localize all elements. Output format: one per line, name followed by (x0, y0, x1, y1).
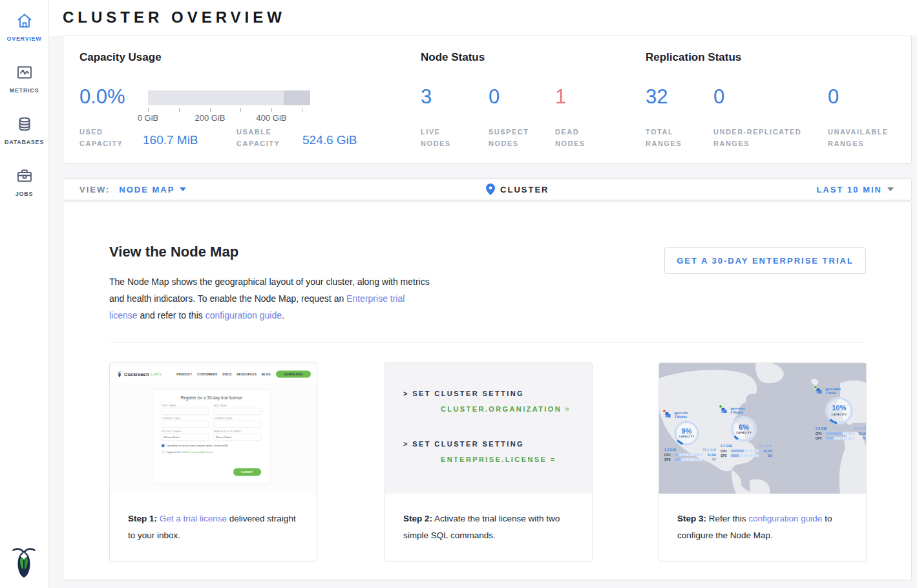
cubes-icon (721, 406, 728, 414)
sidebar-item-label: METRICS (0, 87, 48, 94)
view-selector: VIEW: NODE MAP (79, 179, 186, 200)
sidebar-item-overview[interactable]: OVERVIEW (0, 12, 48, 42)
total-ranges-count: 32 (646, 85, 668, 109)
checkbox-label: I agree to the Software License Agreemen… (167, 450, 213, 454)
thumb-site-nav: PRODUCT CUSTOMERS DOCS RESOURCES BLOG DO… (176, 371, 311, 378)
chevron-down-icon[interactable] (180, 187, 186, 191)
get-trial-license-link[interactable]: Get a trial license (160, 514, 227, 523)
sql-setting: CLUSTER.ORGANIZATION = (441, 405, 571, 413)
sidebar-item-label: DATABASES (0, 139, 48, 145)
capacity-bar-reserved-segment (284, 90, 310, 105)
form-field: COMPANY NAME (162, 417, 209, 428)
under-replicated-ranges-count: 0 (713, 85, 724, 109)
chevron-down-icon (887, 187, 894, 191)
cubes-icon (664, 411, 672, 419)
axis-tick-label: 0 GiB (125, 113, 171, 123)
map-node-sfo: geo=sfo 2 Nodes 9% CAPACITY 3.2 GiB35.1 … (664, 411, 719, 461)
register-form: Register for a 30-day trial license FIRS… (153, 389, 271, 483)
capacity-percent: 0.0% (79, 85, 125, 109)
step-2-caption: Step 2: Activate the trial license with … (403, 510, 579, 544)
under-replicated-ranges-label: UNDER-REPLICATED RANGES (713, 126, 817, 149)
live-nodes-label: LIVE NODES (421, 126, 472, 149)
checkbox-row: I would like to receive email updates ab… (162, 444, 261, 447)
dead-nodes-count: 1 (555, 85, 566, 109)
capacity-usage-bar (148, 90, 310, 105)
suspect-nodes-count: 0 (489, 85, 500, 109)
view-bar: VIEW: NODE MAP CLUSTER LAST 10 MIN (63, 178, 912, 200)
capacity-usage-title: Capacity Usage (79, 51, 162, 64)
register-form-title: Register for a 30-day trial license (162, 395, 261, 401)
capacity-gauge: 6% CAPACITY (731, 416, 757, 442)
form-field: COMPANY EMAIL (214, 417, 262, 428)
qps-metric: QPS8.8 (721, 454, 772, 458)
axis-tick (148, 108, 149, 112)
status-dot-up (814, 385, 817, 389)
checkbox-row: I agree to the Software License Agreemen… (162, 450, 261, 454)
sidebar-item-metrics[interactable]: METRICS (0, 63, 48, 94)
sidebar-item-databases[interactable]: DATABASES (0, 115, 48, 145)
step-3-card: geo=sfo 2 Nodes 9% CAPACITY 3.2 GiB35.1 … (659, 362, 867, 562)
axis-tick (210, 108, 211, 112)
enterprise-trial-button[interactable]: GET A 30-DAY ENTERPRISE TRIAL (664, 247, 866, 274)
register-page-thumbnail: Cockroach LABS PRODUCT CUSTOMERS DOCS RE… (110, 363, 317, 494)
download-button: DOWNLOAD (276, 371, 311, 378)
view-dropdown[interactable]: NODE MAP (119, 185, 174, 194)
replication-status-title: Replication Status (646, 51, 741, 64)
sidebar: OVERVIEW METRICS DATABASES (0, 0, 49, 588)
configuration-guide-link[interactable]: configuration guide (748, 514, 822, 523)
brand-suffix: LABS (151, 372, 162, 376)
step-1-card: Cockroach LABS PRODUCT CUSTOMERS DOCS RE… (109, 362, 317, 562)
time-range-dropdown[interactable]: LAST 10 MIN (817, 179, 894, 200)
cockroach-labs-logo: Cockroach LABS (117, 371, 162, 377)
databases-icon (16, 124, 34, 135)
section-heading: View the Node Map (109, 244, 238, 260)
usable-capacity-label: USABLE CAPACITY (237, 126, 298, 149)
sql-prompt: > SET CLUSTER SETTING (403, 390, 524, 397)
used-capacity-label: USED CAPACITY (79, 126, 138, 149)
thumb-site-body: Register for a 30-day trial license FIRS… (110, 383, 317, 494)
unavailable-ranges-count: 0 (828, 85, 839, 109)
form-select: REASON FOR INTERESTPlease Select (214, 430, 262, 441)
step-3-caption: Step 3: Refer this configuration guide t… (677, 510, 853, 544)
sidebar-item-jobs[interactable]: JOBS (0, 167, 48, 197)
description-text: and refer to this (138, 310, 206, 320)
capacity-total: 35.1 GiB (702, 448, 716, 452)
capacity-gauge: 9% CAPACITY (674, 421, 699, 446)
live-nodes-count: 3 (421, 85, 432, 109)
node-map-section: View the Node Map The Node Map shows the… (63, 202, 912, 580)
time-range-value: LAST 10 MIN (817, 185, 882, 194)
nav-item: PRODUCT (176, 373, 192, 376)
view-label: VIEW: (79, 185, 110, 194)
thumb-site-header: Cockroach LABS PRODUCT CUSTOMERS DOCS RE… (110, 366, 317, 383)
suspect-nodes-label: SUSPECT NODES (489, 126, 540, 149)
jobs-icon (16, 176, 34, 187)
form-field: LAST NAME (214, 404, 262, 415)
cockroach-labs-bug-logo (10, 545, 38, 578)
brand-name: Cockroach (124, 372, 149, 377)
capacity-gauge: 10% CAPACITY (825, 397, 853, 425)
step-1-caption: Step 1: Get a trial license delivered st… (128, 510, 304, 544)
axis-tick (240, 108, 241, 112)
capacity-used: 3.7 GiB (721, 444, 732, 448)
page-title: CLUSTER OVERVIEW (63, 8, 286, 26)
step-2-card: > SET CLUSTER SETTING CLUSTER.ORGANIZATI… (385, 362, 593, 562)
description-text: . (282, 310, 284, 320)
capacity-used: 3.2 GiB (664, 448, 676, 452)
locality-node-count: 2 Nodes (675, 415, 688, 419)
total-ranges-label: TOTAL RANGES (646, 126, 704, 149)
nav-item: RESOURCES (237, 373, 257, 376)
section-description: The Node Map shows the geographical layo… (109, 273, 432, 324)
home-icon (16, 21, 34, 32)
license-agreement-link: Software License Agreement (182, 450, 213, 454)
locality-breadcrumb[interactable]: CLUSTER (486, 179, 549, 200)
axis-tick (179, 108, 180, 112)
locality-label: CLUSTER (500, 185, 549, 194)
nav-item: CUSTOMERS (197, 373, 217, 376)
status-dot-up (719, 404, 722, 408)
dead-nodes-label: DEAD NODES (555, 126, 607, 149)
locality-node-count: 1 Node (826, 391, 841, 395)
configuration-guide-link[interactable]: configuration guide (206, 310, 282, 320)
pin-icon (486, 184, 495, 195)
map-node-ams: geo=ams 1 Node 10% CAPACITY 3.6 GiB36.6 … (816, 387, 866, 440)
divider (109, 342, 866, 342)
